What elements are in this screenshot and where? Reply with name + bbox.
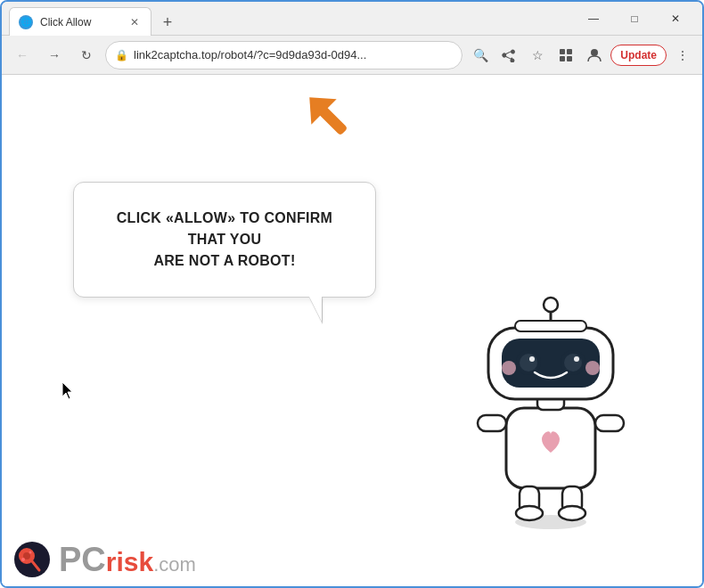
profile-icon[interactable] [582,43,607,68]
tab-close-button[interactable]: ✕ [127,15,142,29]
svg-rect-0 [560,49,565,54]
svg-point-24 [502,361,516,375]
svg-rect-2 [560,56,565,61]
svg-rect-28 [515,321,586,331]
page-content: CLICK «ALLOW» TO CONFIRM THAT YOU ARE NO… [2,75,702,586]
watermark-logo-icon [12,540,52,579]
svg-point-23 [574,356,579,362]
back-button[interactable]: ← [9,42,36,69]
tab-area: 🌐 Click Allow ✕ + [9,2,574,35]
svg-point-4 [591,49,598,56]
svg-rect-9 [478,415,506,431]
svg-point-14 [559,506,585,520]
search-icon[interactable]: 🔍 [468,43,493,68]
browser-window: 🌐 Click Allow ✕ + — □ ✕ ← → ↻ 🔒 link2cap… [0,0,704,588]
lock-icon: 🔒 [115,49,128,61]
toolbar: ← → ↻ 🔒 link2captcha.top/robot4/?c=9d9da… [2,36,702,75]
maximize-button[interactable]: □ [615,5,654,32]
svg-point-21 [564,354,582,372]
refresh-button[interactable]: ↻ [73,42,100,69]
tab-favicon: 🌐 [19,15,33,29]
update-button[interactable]: Update [610,45,667,66]
speech-bubble: CLICK «ALLOW» TO CONFIRM THAT YOU ARE NO… [73,182,376,298]
svg-point-13 [516,506,543,520]
new-tab-button[interactable]: + [155,10,180,35]
toolbar-icons: 🔍 ☆ Update [468,43,695,68]
svg-point-25 [585,361,600,375]
window-controls: — □ ✕ [574,5,695,32]
watermark: PCrisk.com [2,533,207,586]
svg-rect-3 [567,56,572,61]
mouse-cursor [62,382,73,398]
svg-rect-1 [567,49,572,54]
svg-point-35 [29,551,32,554]
robot-illustration [453,283,649,533]
svg-point-27 [544,298,558,312]
close-button[interactable]: ✕ [656,5,695,32]
title-bar: 🌐 Click Allow ✕ + — □ ✕ [2,2,702,36]
tab-title: Click Allow [40,16,120,29]
active-tab[interactable]: 🌐 Click Allow ✕ [9,7,151,36]
minimize-button[interactable]: — [574,5,613,32]
svg-rect-10 [595,415,624,431]
bubble-text: CLICK «ALLOW» TO CONFIRM THAT YOU ARE NO… [101,208,348,272]
extensions-icon[interactable] [553,43,578,68]
watermark-text: PCrisk.com [59,541,196,579]
share-icon[interactable] [496,43,521,68]
svg-point-22 [529,356,535,362]
url-text: link2captcha.top/robot4/?c=9d9da93d-0d94… [134,48,453,61]
menu-icon[interactable]: ⋮ [670,43,695,68]
forward-button[interactable]: → [41,42,68,69]
svg-point-20 [520,354,537,372]
address-bar[interactable]: 🔒 link2captcha.top/robot4/?c=9d9da93d-0d… [105,41,463,69]
bookmark-icon[interactable]: ☆ [525,43,550,68]
svg-point-34 [21,558,25,561]
